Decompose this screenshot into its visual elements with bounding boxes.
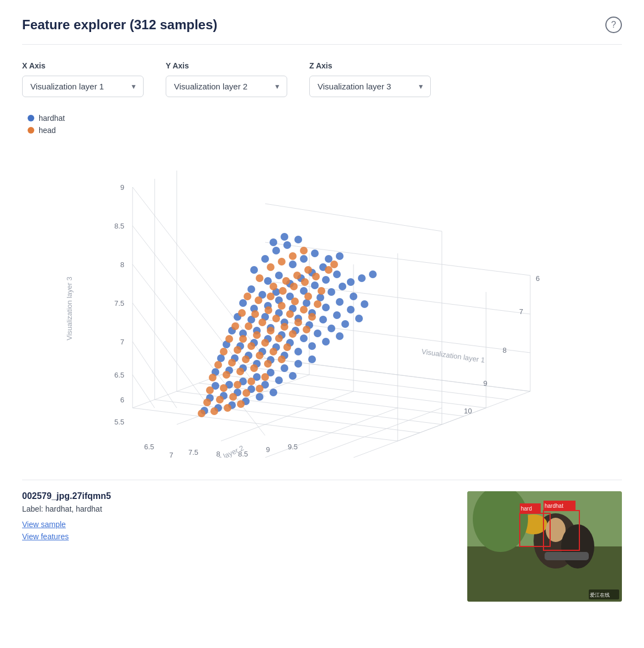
svg-point-78	[322, 304, 330, 311]
svg-point-43	[289, 261, 297, 268]
axis-controls: X Axis Visualization layer 1 Visualizati…	[22, 61, 622, 97]
svg-point-151	[279, 287, 287, 295]
svg-point-160	[304, 293, 312, 300]
x-tick-95: 9.5	[288, 443, 298, 451]
y-axis-select[interactable]: Visualization layer 1 Visualization laye…	[166, 76, 287, 97]
svg-point-42	[275, 272, 283, 279]
z-axis-label: Z Axis	[309, 61, 431, 70]
section-divider	[22, 480, 622, 480]
svg-point-136	[369, 270, 377, 278]
svg-point-102	[355, 315, 363, 322]
x-tick-7: 7	[169, 451, 173, 458]
svg-point-34	[261, 255, 269, 263]
x-tick-75: 7.5	[188, 448, 198, 456]
svg-point-175	[308, 313, 316, 321]
x-tick-9: 9	[266, 445, 270, 454]
svg-point-203	[242, 389, 250, 397]
svg-point-109	[294, 348, 302, 355]
z-axis-select-wrapper: Visualization layer 1 Visualization laye…	[309, 76, 431, 97]
svg-point-183	[214, 361, 222, 369]
svg-line-13	[398, 391, 530, 441]
svg-point-39	[281, 233, 288, 241]
z-tick-9: 9	[483, 379, 487, 387]
sample-filename: 002579_jpg.27ifqmn5	[22, 491, 445, 501]
y-axis-group: Y Axis Visualization layer 1 Visualizati…	[166, 61, 287, 97]
svg-point-141	[289, 252, 297, 260]
svg-point-89	[333, 311, 341, 319]
svg-point-44	[300, 255, 308, 263]
x-tick-65: 6.5	[144, 443, 154, 451]
svg-point-68	[316, 294, 324, 301]
svg-text:hard: hard	[521, 506, 532, 512]
svg-point-158	[278, 302, 286, 310]
svg-point-45	[311, 249, 319, 257]
svg-point-192	[250, 364, 258, 372]
y-tick-55: 5.5	[114, 418, 124, 426]
svg-text:爱江在线: 爱江在线	[590, 592, 610, 598]
svg-point-154	[312, 273, 320, 280]
svg-point-176	[220, 348, 228, 355]
svg-point-207	[224, 404, 231, 412]
svg-point-150	[267, 293, 275, 300]
svg-point-188	[283, 343, 291, 351]
svg-point-161	[318, 287, 325, 295]
svg-point-170	[239, 335, 247, 343]
y-axis-name: Visualization layer 3	[65, 277, 73, 340]
svg-point-172	[267, 327, 275, 334]
svg-point-69	[328, 288, 335, 296]
view-features-link[interactable]: View features	[22, 532, 445, 541]
svg-point-112	[336, 332, 344, 340]
z-axis-select[interactable]: Visualization layer 1 Visualization laye…	[309, 76, 431, 97]
svg-point-138	[336, 252, 344, 260]
legend-item-head: head	[28, 126, 622, 135]
svg-line-19	[133, 264, 265, 435]
x-axis-select[interactable]: Visualization layer 1 Visualization laye…	[22, 76, 144, 97]
svg-point-40	[250, 266, 258, 274]
svg-point-217	[561, 524, 594, 569]
head-dot	[28, 127, 34, 134]
svg-line-27	[265, 204, 442, 231]
svg-point-144	[270, 283, 277, 290]
svg-point-180	[275, 334, 283, 342]
svg-point-157	[265, 306, 272, 314]
svg-point-164	[258, 318, 266, 326]
svg-point-80	[350, 293, 357, 300]
hardhat-dot	[28, 115, 34, 121]
svg-point-143	[256, 274, 263, 282]
svg-point-142	[300, 247, 308, 254]
svg-point-196	[220, 384, 228, 392]
svg-point-187	[270, 348, 277, 355]
svg-point-100	[328, 325, 335, 332]
svg-point-208	[237, 400, 245, 408]
svg-point-152	[290, 283, 298, 290]
svg-point-59	[311, 281, 319, 289]
view-sample-link[interactable]: View sample	[22, 520, 445, 529]
svg-point-182	[303, 326, 310, 333]
bottom-section: 002579_jpg.27ifqmn5 Label: hardhat, hard…	[22, 491, 622, 602]
svg-point-126	[275, 376, 283, 384]
svg-point-202	[229, 393, 237, 401]
svg-point-167	[300, 306, 308, 314]
scatter-plot: 9 8.5 8 7.5 7 6.5 6 5.5 6.5 7 7.5 8 8.5 …	[22, 143, 622, 458]
svg-point-67	[303, 299, 310, 307]
svg-point-199	[261, 373, 269, 381]
svg-point-120	[308, 355, 316, 363]
y-tick-6: 6	[120, 396, 124, 404]
svg-point-184	[228, 359, 236, 367]
svg-point-169	[225, 335, 233, 343]
svg-point-135	[358, 274, 366, 282]
z-tick-6: 6	[536, 274, 540, 283]
svg-point-153	[301, 278, 309, 286]
svg-point-61	[333, 270, 341, 278]
svg-point-206	[210, 407, 218, 415]
hardhat-label: hardhat	[39, 114, 65, 123]
svg-text:hardhat: hardhat	[545, 503, 563, 509]
svg-point-147	[304, 266, 312, 274]
svg-point-36	[283, 241, 291, 249]
svg-point-210	[330, 261, 338, 268]
svg-point-173	[281, 323, 288, 331]
svg-point-209	[325, 266, 332, 274]
svg-point-127	[289, 372, 297, 380]
svg-point-191	[236, 368, 244, 375]
help-icon[interactable]: ?	[605, 17, 622, 33]
